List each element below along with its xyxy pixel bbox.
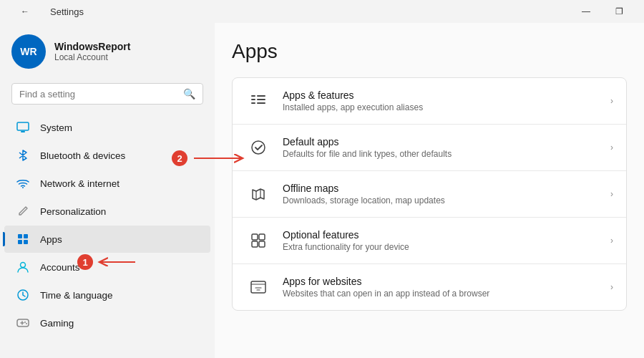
search-box[interactable]: 🔍 [11,83,203,105]
svg-rect-12 [251,95,255,97]
sidebar-item-bluetooth-label: Bluetooth & devices [40,150,125,161]
svg-rect-16 [257,99,265,100]
apps-websites-title: Apps for websites [283,276,599,287]
svg-point-18 [252,141,265,154]
sidebar-item-system-label: System [40,122,72,133]
svg-rect-15 [257,95,265,97]
svg-rect-6 [24,240,28,244]
back-button[interactable]: ← [9,0,42,23]
svg-point-10 [24,321,26,323]
sidebar-item-apps-label: Apps [40,234,62,245]
sidebar-item-accounts[interactable]: Accounts [4,253,210,281]
sidebar-item-gaming-label: Gaming [40,318,74,329]
sidebar-item-time-label: Time & language [40,290,113,301]
avatar: WR [11,34,46,69]
sidebar-item-personalization-label: Personalization [40,206,106,217]
sidebar-item-system[interactable]: System [4,114,210,141]
default-apps-desc: Defaults for file and link types, other … [283,149,599,159]
svg-point-11 [26,323,27,324]
settings-item-offline-maps[interactable]: Offline maps Downloads, storage location… [233,171,626,218]
minimize-button[interactable]: — [570,0,602,23]
svg-rect-14 [251,102,255,104]
offline-maps-title: Offline maps [283,183,599,194]
svg-rect-3 [18,234,22,238]
sidebar-item-gaming[interactable]: Gaming [4,309,210,337]
svg-rect-4 [24,234,28,238]
svg-rect-17 [257,102,265,104]
svg-rect-23 [251,281,265,293]
offline-maps-text: Offline maps Downloads, storage location… [283,183,599,205]
content-area: Apps Apps & features Installed apps, app… [215,23,644,358]
svg-point-2 [22,187,24,188]
nav-list: System Bluetooth & devices Network & int… [0,113,215,337]
svg-rect-21 [252,241,258,247]
sidebar-item-personalization[interactable]: Personalization [4,198,210,225]
window-title: Settings [50,6,84,17]
search-input[interactable] [19,89,177,100]
apps-features-icon [245,88,271,114]
settings-item-optional-features[interactable]: Optional features Extra functionality fo… [233,218,626,264]
optional-features-desc: Extra functionality for your device [283,242,599,252]
sidebar-item-bluetooth[interactable]: Bluetooth & devices [4,142,210,169]
title-bar-controls: — ❐ [570,0,635,23]
network-icon [16,176,30,190]
apps-icon [16,232,30,246]
svg-rect-5 [18,240,22,244]
user-profile: WR WindowsReport Local Account [0,23,215,80]
sidebar-item-accounts-label: Accounts [40,262,80,273]
system-icon [16,120,30,135]
apps-features-desc: Installed apps, app execution aliases [283,102,599,112]
svg-rect-13 [251,99,255,100]
optional-features-text: Optional features Extra functionality fo… [283,229,599,252]
default-apps-title: Default apps [283,136,599,147]
optional-features-chevron: › [610,236,613,246]
apps-features-chevron: › [610,96,613,106]
sidebar: WR WindowsReport Local Account 🔍 System [0,23,215,358]
settings-item-default-apps[interactable]: Default apps Defaults for file and link … [233,125,626,171]
search-icon: 🔍 [183,88,195,100]
time-icon [16,288,30,302]
search-container: 🔍 [0,80,215,113]
default-apps-chevron: › [610,142,613,153]
svg-point-7 [21,263,26,268]
offline-maps-chevron: › [610,189,613,199]
offline-maps-desc: Downloads, storage location, map updates [283,195,599,205]
default-apps-icon [245,135,271,160]
app-body: WR WindowsReport Local Account 🔍 System [0,23,644,358]
sidebar-item-network-label: Network & internet [40,178,119,189]
offline-maps-icon [245,181,271,207]
svg-rect-22 [259,241,265,247]
svg-rect-20 [259,234,265,240]
sidebar-item-apps[interactable]: Apps [4,226,210,253]
personalization-icon [16,204,30,218]
title-bar-left: ← Settings [9,0,84,23]
apps-features-text: Apps & features Installed apps, app exec… [283,90,599,112]
page-title: Apps [232,40,627,63]
bluetooth-icon [16,148,30,163]
sidebar-item-time[interactable]: Time & language [4,281,210,309]
apps-features-title: Apps & features [283,90,599,101]
apps-websites-chevron: › [610,282,613,292]
apps-websites-icon [245,274,271,300]
svg-rect-0 [17,122,29,130]
settings-item-apps-websites[interactable]: Apps for websites Websites that can open… [233,264,626,310]
sidebar-item-network[interactable]: Network & internet [4,170,210,197]
user-subtitle: Local Account [54,52,130,62]
optional-features-title: Optional features [283,229,599,241]
optional-features-icon [245,228,271,253]
settings-item-apps-features[interactable]: Apps & features Installed apps, app exec… [233,78,626,125]
restore-button[interactable]: ❐ [602,0,635,23]
svg-rect-19 [252,234,258,240]
user-info: WindowsReport Local Account [54,41,130,62]
accounts-icon [16,260,30,274]
apps-websites-desc: Websites that can open in an app instead… [283,289,599,299]
user-name: WindowsReport [54,41,130,52]
default-apps-text: Default apps Defaults for file and link … [283,136,599,159]
gaming-icon [16,316,30,330]
svg-rect-1 [21,131,25,132]
title-bar: ← Settings — ❐ [0,0,644,23]
settings-list: Apps & features Installed apps, app exec… [232,77,627,311]
apps-websites-text: Apps for websites Websites that can open… [283,276,599,299]
